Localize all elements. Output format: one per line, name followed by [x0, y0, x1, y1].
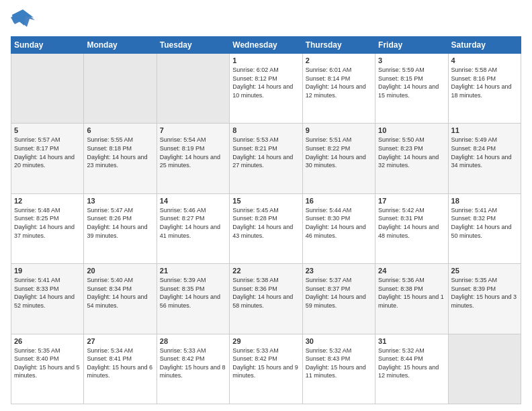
- cell-details: Sunrise: 5:58 AMSunset: 8:16 PMDaylight:…: [451, 66, 518, 99]
- day-number: 13: [87, 197, 153, 205]
- calendar-cell: 10Sunrise: 5:50 AMSunset: 8:23 PMDayligh…: [375, 124, 448, 193]
- cell-details: Sunrise: 5:37 AMSunset: 8:37 PMDaylight:…: [306, 276, 372, 310]
- day-header-thursday: Thursday: [302, 37, 375, 54]
- cell-details: Sunrise: 5:38 AMSunset: 8:36 PMDaylight:…: [232, 276, 299, 310]
- calendar-week-row: 12Sunrise: 5:48 AMSunset: 8:25 PMDayligh…: [11, 193, 521, 263]
- calendar-cell: 3Sunrise: 5:59 AMSunset: 8:15 PMDaylight…: [375, 54, 448, 124]
- day-number: 7: [160, 126, 226, 134]
- day-number: 15: [232, 197, 299, 205]
- calendar-table: SundayMondayTuesdayWednesdayThursdayFrid…: [11, 36, 521, 404]
- calendar-cell: 13Sunrise: 5:47 AMSunset: 8:26 PMDayligh…: [84, 193, 157, 263]
- day-number: 1: [232, 56, 299, 64]
- day-number: 29: [232, 337, 299, 345]
- cell-details: Sunrise: 5:54 AMSunset: 8:19 PMDaylight:…: [160, 136, 226, 169]
- page: SundayMondayTuesdayWednesdayThursdayFrid…: [0, 0, 532, 411]
- day-number: 9: [306, 126, 372, 134]
- day-header-saturday: Saturday: [448, 37, 521, 54]
- calendar-cell: 8Sunrise: 5:53 AMSunset: 8:21 PMDaylight…: [230, 124, 302, 193]
- cell-details: Sunrise: 5:36 AMSunset: 8:38 PMDaylight:…: [378, 276, 445, 310]
- calendar-cell: 30Sunrise: 5:32 AMSunset: 8:43 PMDayligh…: [302, 334, 375, 404]
- day-number: 10: [378, 126, 445, 134]
- cell-details: Sunrise: 5:35 AMSunset: 8:40 PMDaylight:…: [14, 347, 81, 380]
- logo: [11, 8, 38, 31]
- day-number: 8: [232, 126, 299, 134]
- day-number: 14: [160, 197, 226, 205]
- calendar-cell: 26Sunrise: 5:35 AMSunset: 8:40 PMDayligh…: [11, 334, 84, 404]
- cell-details: Sunrise: 6:02 AMSunset: 8:12 PMDaylight:…: [232, 66, 299, 99]
- calendar-cell: 31Sunrise: 5:32 AMSunset: 8:44 PMDayligh…: [375, 334, 448, 404]
- cell-details: Sunrise: 5:53 AMSunset: 8:21 PMDaylight:…: [232, 136, 299, 169]
- day-number: 18: [451, 197, 518, 205]
- day-number: 19: [14, 267, 81, 275]
- calendar-cell: 16Sunrise: 5:44 AMSunset: 8:30 PMDayligh…: [302, 193, 375, 263]
- calendar-cell: 21Sunrise: 5:39 AMSunset: 8:35 PMDayligh…: [157, 264, 229, 334]
- cell-details: Sunrise: 5:51 AMSunset: 8:22 PMDaylight:…: [306, 136, 372, 169]
- day-number: 2: [306, 56, 372, 64]
- calendar-cell: 29Sunrise: 5:33 AMSunset: 8:42 PMDayligh…: [230, 334, 302, 404]
- day-number: 21: [160, 267, 226, 275]
- calendar-cell: 12Sunrise: 5:48 AMSunset: 8:25 PMDayligh…: [11, 193, 84, 263]
- cell-details: Sunrise: 5:57 AMSunset: 8:17 PMDaylight:…: [14, 136, 81, 169]
- cell-details: Sunrise: 5:50 AMSunset: 8:23 PMDaylight:…: [378, 136, 445, 169]
- cell-details: Sunrise: 5:33 AMSunset: 8:42 PMDaylight:…: [232, 347, 299, 380]
- calendar-cell: 20Sunrise: 5:40 AMSunset: 8:34 PMDayligh…: [84, 264, 157, 334]
- calendar-cell: 2Sunrise: 6:01 AMSunset: 8:14 PMDaylight…: [302, 54, 375, 124]
- calendar-cell: [84, 54, 157, 124]
- day-number: 17: [378, 197, 445, 205]
- calendar-cell: [448, 334, 521, 404]
- day-header-sunday: Sunday: [11, 37, 84, 54]
- day-number: 20: [87, 267, 153, 275]
- calendar-week-row: 5Sunrise: 5:57 AMSunset: 8:17 PMDaylight…: [11, 124, 521, 193]
- day-number: 16: [306, 197, 372, 205]
- calendar-cell: 11Sunrise: 5:49 AMSunset: 8:24 PMDayligh…: [448, 124, 521, 193]
- cell-details: Sunrise: 5:48 AMSunset: 8:25 PMDaylight:…: [14, 206, 81, 240]
- cell-details: Sunrise: 5:39 AMSunset: 8:35 PMDaylight:…: [160, 276, 226, 310]
- cell-details: Sunrise: 5:55 AMSunset: 8:18 PMDaylight:…: [87, 136, 153, 169]
- cell-details: Sunrise: 5:59 AMSunset: 8:15 PMDaylight:…: [378, 66, 445, 99]
- day-number: 4: [451, 56, 518, 64]
- calendar-week-row: 26Sunrise: 5:35 AMSunset: 8:40 PMDayligh…: [11, 334, 521, 404]
- calendar-cell: 23Sunrise: 5:37 AMSunset: 8:37 PMDayligh…: [302, 264, 375, 334]
- day-number: 6: [87, 126, 153, 134]
- calendar-week-row: 1Sunrise: 6:02 AMSunset: 8:12 PMDaylight…: [11, 54, 521, 124]
- cell-details: Sunrise: 5:47 AMSunset: 8:26 PMDaylight:…: [87, 206, 153, 240]
- cell-details: Sunrise: 5:45 AMSunset: 8:28 PMDaylight:…: [232, 206, 299, 240]
- day-number: 30: [306, 337, 372, 345]
- calendar-cell: 15Sunrise: 5:45 AMSunset: 8:28 PMDayligh…: [230, 193, 302, 263]
- cell-details: Sunrise: 5:35 AMSunset: 8:39 PMDaylight:…: [451, 276, 518, 310]
- day-number: 25: [451, 267, 518, 275]
- calendar-cell: 24Sunrise: 5:36 AMSunset: 8:38 PMDayligh…: [375, 264, 448, 334]
- calendar-cell: 7Sunrise: 5:54 AMSunset: 8:19 PMDaylight…: [157, 124, 229, 193]
- calendar-cell: 25Sunrise: 5:35 AMSunset: 8:39 PMDayligh…: [448, 264, 521, 334]
- calendar-header-row: SundayMondayTuesdayWednesdayThursdayFrid…: [11, 37, 521, 54]
- cell-details: Sunrise: 5:40 AMSunset: 8:34 PMDaylight:…: [87, 276, 153, 310]
- calendar-cell: 4Sunrise: 5:58 AMSunset: 8:16 PMDaylight…: [448, 54, 521, 124]
- calendar-week-row: 19Sunrise: 5:41 AMSunset: 8:33 PMDayligh…: [11, 264, 521, 334]
- day-number: 22: [232, 267, 299, 275]
- cell-details: Sunrise: 5:41 AMSunset: 8:32 PMDaylight:…: [451, 206, 518, 240]
- day-number: 31: [378, 337, 445, 345]
- calendar-cell: 5Sunrise: 5:57 AMSunset: 8:17 PMDaylight…: [11, 124, 84, 193]
- logo-bird-icon: [11, 8, 35, 31]
- cell-details: Sunrise: 5:41 AMSunset: 8:33 PMDaylight:…: [14, 276, 81, 310]
- day-number: 11: [451, 126, 518, 134]
- calendar-cell: [157, 54, 229, 124]
- day-number: 27: [87, 337, 153, 345]
- calendar-cell: 14Sunrise: 5:46 AMSunset: 8:27 PMDayligh…: [157, 193, 229, 263]
- day-number: 12: [14, 197, 81, 205]
- calendar-cell: 19Sunrise: 5:41 AMSunset: 8:33 PMDayligh…: [11, 264, 84, 334]
- day-number: 28: [160, 337, 226, 345]
- cell-details: Sunrise: 5:46 AMSunset: 8:27 PMDaylight:…: [160, 206, 226, 240]
- day-header-wednesday: Wednesday: [230, 37, 302, 54]
- day-header-tuesday: Tuesday: [157, 37, 229, 54]
- day-number: 24: [378, 267, 445, 275]
- calendar-cell: 17Sunrise: 5:42 AMSunset: 8:31 PMDayligh…: [375, 193, 448, 263]
- cell-details: Sunrise: 5:33 AMSunset: 8:42 PMDaylight:…: [160, 347, 226, 380]
- day-number: 26: [14, 337, 81, 345]
- cell-details: Sunrise: 5:32 AMSunset: 8:43 PMDaylight:…: [306, 347, 372, 380]
- day-number: 5: [14, 126, 81, 134]
- calendar-cell: 6Sunrise: 5:55 AMSunset: 8:18 PMDaylight…: [84, 124, 157, 193]
- calendar-cell: 27Sunrise: 5:34 AMSunset: 8:41 PMDayligh…: [84, 334, 157, 404]
- header: [11, 8, 521, 31]
- cell-details: Sunrise: 5:34 AMSunset: 8:41 PMDaylight:…: [87, 347, 153, 380]
